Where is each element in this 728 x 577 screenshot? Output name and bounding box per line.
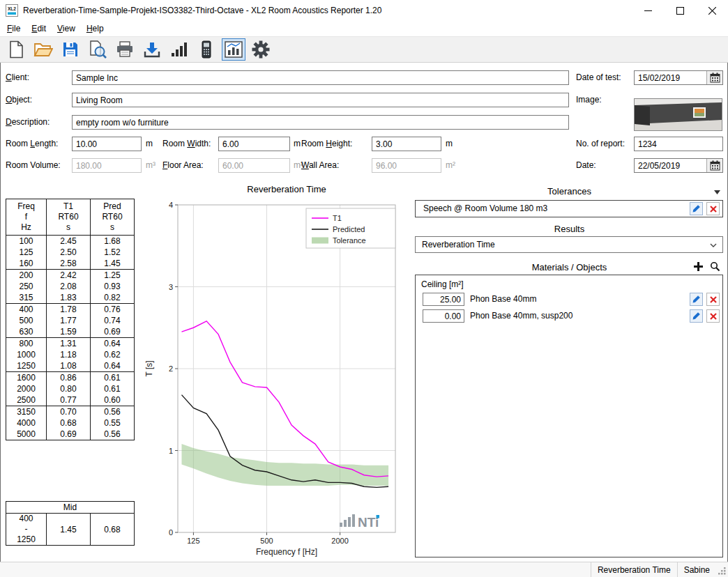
titlebar: XL2 Reverberation-Time-Sample-Projekt-IS… [0,0,728,21]
menu-file[interactable]: File [1,22,26,36]
rt-table-row: 1002.451.68 [6,236,135,247]
material-area-input[interactable] [423,293,464,306]
room-width-input[interactable] [218,137,290,151]
statusbar-method: Sabine [677,562,716,577]
rt-table-cell: 0.60 [91,394,135,406]
rt-table-cell: 0.82 [91,292,135,304]
material-delete-button[interactable] [706,309,720,323]
plus-icon [693,261,704,272]
minimize-icon [644,7,652,15]
chevron-down-icon [710,243,717,247]
material-row: Phon Base 40mm, susp200 [416,308,722,325]
export-download-button[interactable] [140,38,164,61]
menubar: File Edit View Help [0,21,728,36]
tolerances-dropdown-button[interactable] [711,185,724,199]
svg-text:4: 4 [169,201,173,209]
svg-text:T1: T1 [333,214,342,222]
minimize-button[interactable] [632,0,664,21]
magnifier-icon [710,261,720,272]
rt-table-cell: 0.77 [47,394,91,406]
rt-table-cell: 0.55 [91,417,135,429]
svg-text:0: 0 [169,528,173,537]
rt-table-cell: 160 [6,258,47,270]
date-label: Date: [576,158,596,173]
rt-table-cell: 2.08 [47,281,91,292]
statusbar-result-mode: Reverberation Time [591,562,677,577]
open-project-button[interactable] [31,38,55,61]
rt-table-cell: 630 [6,326,47,338]
rt-table-row: 12501.080.64 [6,360,135,372]
description-input[interactable] [72,115,569,130]
svg-text:Predicted: Predicted [333,225,365,233]
rt-table-cell: 1600 [6,372,47,384]
room-volume-unit: m³ [146,158,156,173]
print-button[interactable] [113,38,137,61]
menu-edit[interactable]: Edit [26,22,52,36]
room-width-unit: m [294,137,301,151]
chart-title: Reverberation Time [178,184,395,194]
window-title: Reverberation-Time-Sample-Projekt-ISO338… [23,6,381,15]
material-name: Phon Base 40mm, susp200 [470,308,572,324]
tolerance-delete-button[interactable] [706,202,720,215]
results-select[interactable]: Reverberation Time [415,236,723,253]
rt-table-cell: 1.77 [47,315,91,326]
no-of-report-input[interactable] [634,137,723,151]
object-input[interactable] [72,93,569,107]
material-edit-button[interactable] [690,309,703,323]
svg-text:125: 125 [187,537,199,545]
delete-x-icon [709,205,718,213]
rt-table-row: 6301.590.69 [6,326,135,338]
close-button[interactable] [696,0,728,21]
rt-table-cell: 1.83 [47,292,91,304]
rt-table-cell: 1.78 [47,304,91,316]
add-material-button[interactable] [692,260,705,273]
tolerance-edit-button[interactable] [690,202,703,215]
save-button[interactable] [59,38,82,61]
rt-table-cell: 0.93 [91,281,135,292]
rt-table-cell: 2.45 [47,236,91,247]
material-edit-button[interactable] [690,293,703,306]
material-delete-button[interactable] [706,293,720,306]
rt-table-cell: 0.61 [91,383,135,394]
pencil-icon [692,204,701,213]
rt-table-row: 5001.770.74 [6,315,135,326]
materials-title: Materials / Objects [415,262,724,272]
new-document-button[interactable] [4,38,28,61]
client-input[interactable] [72,70,569,85]
level-bars-button[interactable] [167,38,191,61]
tolerance-item-label: Speech @ Room Volume 180 m3 [423,201,547,217]
image-label: Image: [576,93,602,107]
maximize-button[interactable] [664,0,696,21]
print-preview-button[interactable] [86,38,109,61]
rt-table-cell: 400 [6,304,47,316]
settings-button[interactable] [249,38,273,61]
rt-table-cell: 100 [6,236,47,247]
reverberation-time-chart: Reverberation Time 012341255002000Freque… [143,184,411,560]
image-thumbnail[interactable] [634,98,722,131]
object-label: Object: [6,93,32,107]
date-calendar-button[interactable] [706,159,722,172]
xl2-device-button[interactable] [195,38,218,61]
search-material-button[interactable] [708,260,722,273]
triangle-down-icon [714,190,720,194]
rt-table-row: 16000.860.61 [6,372,135,384]
date-of-test-calendar-button[interactable] [706,71,722,84]
report-chart-button[interactable] [222,38,245,61]
material-area-input[interactable] [423,309,464,323]
resize-grip[interactable] [716,562,728,577]
tolerances-title: Tolerances [415,186,724,197]
mid-table-header: Mid [6,502,135,514]
rt-table-row: 40000.680.55 [6,417,135,429]
rt-table-cell: 1.68 [91,236,135,247]
rt-table-row: 25000.770.60 [6,394,135,406]
room-height-input[interactable] [372,137,441,151]
rt-table-cell: 500 [6,315,47,326]
room-length-input[interactable] [72,137,142,151]
menu-view[interactable]: View [52,22,81,36]
floor-area-label: Floor Area: [162,158,204,173]
rt-table-cell: 2.42 [47,270,91,282]
rt-table-cell: 0.56 [91,406,135,418]
menu-help[interactable]: Help [81,22,109,36]
rt-table-cell: 0.62 [91,349,135,360]
maximize-icon [676,7,684,15]
